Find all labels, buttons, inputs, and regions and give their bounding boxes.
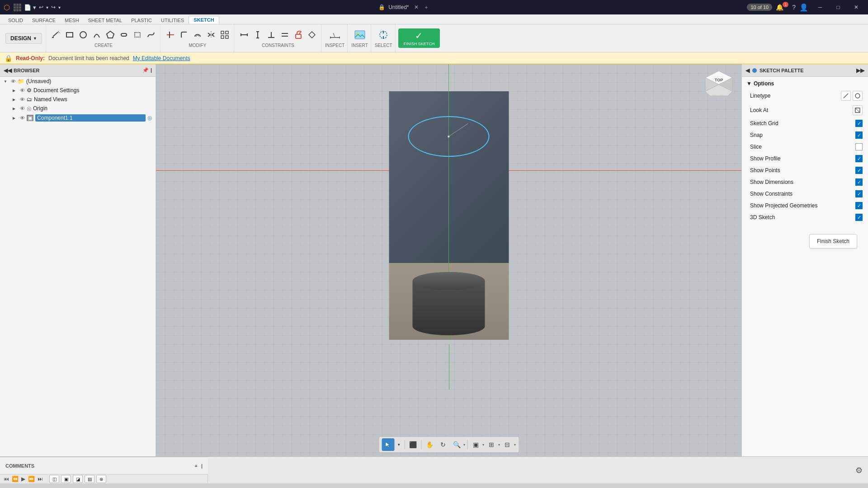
slot-tool[interactable]: [118, 28, 130, 41]
playback-last[interactable]: ⏭: [38, 476, 43, 482]
playback-prev[interactable]: ⏪: [12, 476, 19, 482]
finish-sketch-button[interactable]: ✓ FINISH SKETCH: [398, 28, 440, 48]
spline-tool[interactable]: [145, 28, 157, 41]
design-dropdown-arrow[interactable]: ▼: [33, 36, 37, 41]
circle-tool[interactable]: [77, 28, 90, 41]
show-constraints-checkbox[interactable]: ✓: [855, 190, 863, 197]
new-tab-icon[interactable]: ＋: [424, 4, 429, 10]
browser-collapse-icon[interactable]: ◀◀: [4, 67, 12, 74]
design-button[interactable]: DESIGN ▼: [5, 33, 42, 44]
layout-dropdown[interactable]: ⊟ ▾: [501, 438, 516, 451]
lookat-btn[interactable]: [853, 105, 863, 115]
layout-arrow-icon[interactable]: ▾: [514, 443, 516, 447]
timeline-tool-2[interactable]: ▣: [61, 475, 71, 483]
pan-tool-btn[interactable]: ✋: [423, 438, 436, 451]
maximize-button[interactable]: □: [830, 0, 846, 14]
insert-image-tool[interactable]: [354, 28, 366, 41]
lock-constraint[interactable]: [292, 28, 305, 41]
linetype-btn-2[interactable]: [853, 91, 863, 101]
tab-mesh[interactable]: MESH: [60, 17, 84, 24]
eye-named-views[interactable]: 👁: [20, 97, 25, 102]
minimize-button[interactable]: ─: [812, 0, 828, 14]
help-icon[interactable]: ?: [792, 4, 796, 11]
playback-next[interactable]: ⏩: [28, 476, 35, 482]
grid-btn[interactable]: ⊞: [485, 438, 498, 451]
show-dimensions-checkbox[interactable]: ✓: [855, 178, 863, 186]
slice-checkbox[interactable]: [855, 143, 863, 150]
horizontal-constraint[interactable]: [238, 28, 250, 41]
settings-gear-icon[interactable]: ⚙: [855, 465, 863, 475]
show-projected-checkbox[interactable]: ✓: [855, 202, 863, 209]
sketch-rect-tool[interactable]: [131, 28, 144, 41]
timeline-tool-4[interactable]: ▤: [85, 475, 94, 483]
orbit-tool-btn[interactable]: ↻: [437, 438, 449, 451]
trim-tool[interactable]: [164, 28, 177, 41]
cursor-dropdown-btn[interactable]: ▾: [395, 438, 402, 451]
tab-plastic[interactable]: PLASTIC: [127, 17, 156, 24]
cube-nav-btn[interactable]: ⬛: [406, 438, 419, 451]
user-icon[interactable]: 👤: [799, 3, 808, 12]
close-tab-icon[interactable]: ✕: [414, 4, 419, 10]
browser-item-component1[interactable]: ▶ 👁 ▣ Component1:1 ◎: [0, 113, 156, 123]
eye-origin[interactable]: 👁: [20, 106, 25, 111]
editable-docs-link[interactable]: My Editable Documents: [133, 55, 190, 61]
browser-pin-icon[interactable]: 📌: [142, 67, 149, 73]
browser-item-doc-settings[interactable]: ▶ 👁 ⚙ Document Settings: [0, 86, 156, 95]
tab-utilities[interactable]: UTILITIES: [156, 17, 189, 24]
timeline-tool-5[interactable]: ⊛: [96, 475, 106, 483]
display-mode-btn[interactable]: ▣: [469, 438, 482, 451]
polygon-tool[interactable]: [104, 28, 117, 41]
vertical-constraint[interactable]: [251, 28, 264, 41]
snap-checkbox[interactable]: ✓: [855, 131, 863, 139]
timeline-tool-3[interactable]: ◪: [73, 475, 83, 483]
file-menu[interactable]: 📄 ▾: [24, 4, 36, 11]
perpendicular-constraint[interactable]: [265, 28, 278, 41]
equal-constraint[interactable]: [306, 28, 318, 41]
undo-btn[interactable]: ↩: [39, 4, 43, 10]
palette-collapse-icon[interactable]: ◀: [745, 67, 750, 74]
undo-arrow[interactable]: ▾: [46, 5, 48, 10]
measure-tool[interactable]: [329, 28, 341, 41]
window-controls[interactable]: ─ □ ✕: [812, 0, 864, 14]
tab-sheet-metal[interactable]: SHEET METAL: [84, 17, 127, 24]
eye-component1[interactable]: 👁: [20, 115, 25, 121]
timeline-tool-1[interactable]: ◫: [49, 475, 59, 483]
tab-sketch[interactable]: SKETCH: [189, 16, 219, 24]
fillet-tool[interactable]: [178, 28, 190, 41]
nav-cube[interactable]: TOP: [701, 69, 737, 105]
grid-arrow-icon[interactable]: ▾: [498, 443, 500, 447]
eye-doc-settings[interactable]: 👁: [20, 88, 25, 93]
browser-item-unsaved[interactable]: ▼ 👁 📁 (Unsaved): [0, 77, 156, 86]
canvas-area[interactable]: TOP ▾ ⬛ ✋ ↻ 🔍 ▾: [156, 64, 741, 456]
zoom-btn[interactable]: 🔍: [450, 438, 463, 451]
playback-play[interactable]: ▶: [21, 476, 25, 482]
show-profile-checkbox[interactable]: ✓: [855, 155, 863, 162]
zoom-dropdown[interactable]: 🔍 ▾: [450, 438, 465, 451]
browser-item-origin[interactable]: ▶ 👁 ◎ Origin: [0, 104, 156, 113]
redo-arrow[interactable]: ▾: [58, 5, 61, 10]
zoom-arrow-icon[interactable]: ▾: [463, 443, 465, 447]
redo-btn[interactable]: ↪: [51, 4, 56, 10]
offset-tool[interactable]: [191, 28, 204, 41]
grid-dropdown[interactable]: ⊞ ▾: [485, 438, 500, 451]
browser-expand-icon[interactable]: |: [151, 67, 152, 73]
grid-menu-icon[interactable]: [14, 4, 21, 11]
arc-tool[interactable]: [90, 28, 103, 41]
linetype-btn-1[interactable]: [841, 91, 851, 101]
playback-first[interactable]: ⏮: [4, 476, 9, 482]
close-button[interactable]: ✕: [848, 0, 864, 14]
parallel-constraint[interactable]: [278, 28, 291, 41]
rectangle-tool[interactable]: [63, 28, 76, 41]
palette-expand-right-icon[interactable]: ▶▶: [856, 67, 864, 74]
tab-solid[interactable]: SOLID: [4, 17, 28, 24]
add-comment-icon[interactable]: +: [194, 463, 197, 469]
comments-pin-icon[interactable]: |: [201, 463, 203, 469]
options-header[interactable]: ▼ Options: [742, 79, 868, 89]
tab-surface[interactable]: SURFACE: [28, 17, 60, 24]
finish-sketch-palette-button[interactable]: Finish Sketch: [809, 234, 857, 249]
layout-btn[interactable]: ⊟: [501, 438, 514, 451]
display-dropdown[interactable]: ▣ ▾: [469, 438, 484, 451]
cursor-tool-btn[interactable]: [382, 438, 394, 451]
display-arrow-icon[interactable]: ▾: [482, 443, 484, 447]
eye-unsaved[interactable]: 👁: [11, 79, 16, 84]
